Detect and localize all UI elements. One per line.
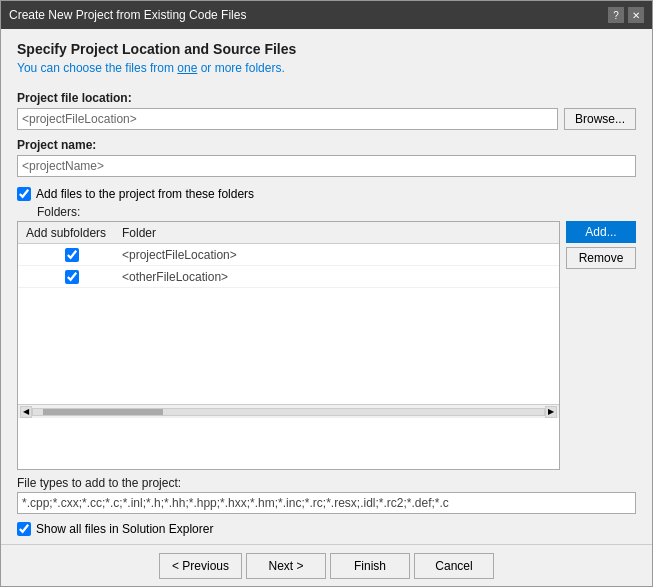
subtitle: You can choose the files from one or mor… [17, 61, 636, 75]
horizontal-scrollbar[interactable] [32, 408, 545, 416]
project-name-input[interactable] [17, 155, 636, 177]
cancel-button[interactable]: Cancel [414, 553, 494, 579]
show-all-files-label: Show all files in Solution Explorer [36, 522, 213, 536]
title-bar-controls: ? ✕ [608, 7, 644, 23]
add-button[interactable]: Add... [566, 221, 636, 243]
horizontal-scrollbar-area: ◀ ▶ [18, 404, 559, 418]
table-row[interactable]: <otherFileLocation> [18, 266, 559, 288]
remove-button[interactable]: Remove [566, 247, 636, 269]
row2-folder-cell: <otherFileLocation> [122, 270, 555, 284]
scroll-right-arrow[interactable]: ▶ [545, 406, 557, 418]
folders-section: Folders: Add subfolders Folder [17, 205, 636, 470]
add-files-checkbox[interactable] [17, 187, 31, 201]
section-title: Specify Project Location and Source File… [17, 41, 636, 57]
finish-button[interactable]: Finish [330, 553, 410, 579]
table-body: <projectFileLocation> <otherFileLocation… [18, 244, 559, 404]
file-types-input[interactable] [17, 492, 636, 514]
main-content: Specify Project Location and Source File… [1, 29, 652, 544]
folder-buttons: Add... Remove [566, 221, 636, 470]
close-button[interactable]: ✕ [628, 7, 644, 23]
folders-layout: Add subfolders Folder <projectFileLocati… [17, 221, 636, 470]
project-file-location-input[interactable] [17, 108, 558, 130]
row2-checkbox-cell [22, 270, 122, 284]
file-types-label: File types to add to the project: [17, 476, 636, 490]
row1-checkbox-cell [22, 248, 122, 262]
folders-table: Add subfolders Folder <projectFileLocati… [17, 221, 560, 470]
scroll-left-arrow[interactable]: ◀ [20, 406, 32, 418]
folders-label: Folders: [37, 205, 636, 219]
row1-folder-cell: <projectFileLocation> [122, 248, 555, 262]
previous-button[interactable]: < Previous [159, 553, 242, 579]
add-files-label: Add files to the project from these fold… [36, 187, 254, 201]
row2-add-subfolders-checkbox[interactable] [65, 270, 79, 284]
next-button[interactable]: Next > [246, 553, 326, 579]
help-button[interactable]: ? [608, 7, 624, 23]
browse-button[interactable]: Browse... [564, 108, 636, 130]
project-file-location-label: Project file location: [17, 91, 636, 105]
col-add-subfolders-header: Add subfolders [22, 226, 122, 240]
dialog: Create New Project from Existing Code Fi… [0, 0, 653, 587]
project-file-location-row: Browse... [17, 108, 636, 130]
show-all-files-row: Show all files in Solution Explorer [17, 522, 636, 536]
project-name-label: Project name: [17, 138, 636, 152]
title-bar: Create New Project from Existing Code Fi… [1, 1, 652, 29]
table-header: Add subfolders Folder [18, 222, 559, 244]
dialog-title: Create New Project from Existing Code Fi… [9, 8, 246, 22]
scrollbar-thumb [43, 409, 163, 415]
footer: < Previous Next > Finish Cancel [1, 544, 652, 586]
table-row[interactable]: <projectFileLocation> [18, 244, 559, 266]
col-folder-header: Folder [122, 226, 555, 240]
show-all-files-checkbox[interactable] [17, 522, 31, 536]
add-files-checkbox-row: Add files to the project from these fold… [17, 187, 636, 201]
project-name-row [17, 155, 636, 177]
row1-add-subfolders-checkbox[interactable] [65, 248, 79, 262]
